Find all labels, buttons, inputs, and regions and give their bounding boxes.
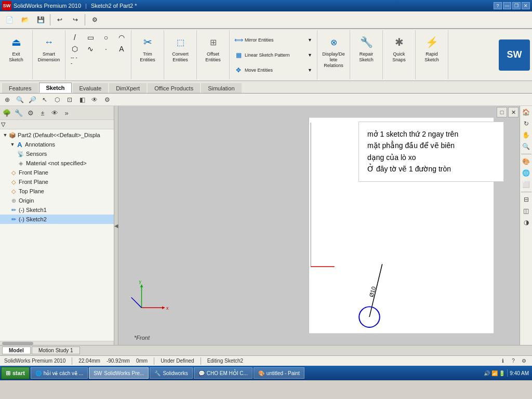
exit-sketch-button[interactable]: ⏏ ExitSketch bbox=[3, 31, 29, 78]
tab-office-products[interactable]: Office Products bbox=[148, 83, 200, 93]
new-button[interactable]: 📄 bbox=[2, 13, 17, 26]
redo-button[interactable]: ↪ bbox=[68, 13, 83, 26]
taskbar-item-solidworks[interactable]: 🔧 Solidworks bbox=[150, 367, 192, 379]
select-button[interactable]: ↖ bbox=[39, 95, 50, 105]
tree-annotations[interactable]: ▼ A Annotations bbox=[0, 140, 114, 149]
panel-more-btn[interactable]: » bbox=[61, 107, 72, 118]
svg-marker-9 bbox=[162, 306, 165, 309]
maximize-button[interactable]: ❐ bbox=[512, 2, 521, 9]
arc-tool[interactable]: ◠ bbox=[114, 32, 129, 43]
pan-button[interactable]: ✋ bbox=[521, 130, 531, 140]
status-help-button[interactable]: ? bbox=[509, 357, 517, 365]
section-view-button[interactable]: ⊟ bbox=[521, 194, 531, 205]
tab-dimxpert[interactable]: DimXpert bbox=[109, 83, 147, 93]
status-info-button[interactable]: ℹ bbox=[499, 357, 507, 365]
undo-button[interactable]: ↩ bbox=[52, 13, 67, 26]
mirror-entities-button[interactable]: ⟺ Mirror Entities ▼ bbox=[232, 33, 315, 47]
rotate-button[interactable]: ↻ bbox=[521, 118, 531, 129]
property-manager-tab[interactable]: 🔧 bbox=[13, 107, 24, 118]
smart-dimension-button[interactable]: ↔ SmartDimension bbox=[36, 31, 62, 78]
zoom-out-button[interactable]: 🔎 bbox=[27, 95, 37, 105]
tree-material[interactable]: ◈ Material <not specified> bbox=[0, 158, 114, 168]
taskbar-item-paint[interactable]: 🎨 untitled - Paint bbox=[254, 367, 304, 379]
config-manager-tab[interactable]: ⚙ bbox=[25, 107, 36, 118]
appearance-button[interactable]: 🎨 bbox=[521, 156, 531, 167]
view-orientation-button[interactable]: ◫ bbox=[521, 206, 531, 216]
tab-features[interactable]: Features bbox=[2, 83, 38, 93]
annotations-expand-icon[interactable]: ▼ bbox=[9, 141, 16, 148]
open-button[interactable]: 📂 bbox=[18, 13, 32, 26]
tab-evaluate[interactable]: Evaluate bbox=[73, 83, 109, 93]
minimize-button[interactable]: — bbox=[503, 2, 511, 9]
display-delete-button[interactable]: ⊗ Display/DeleteRelations bbox=[321, 31, 347, 78]
sketch-viewport[interactable]: Ø10 x y mở 1 sketch bbox=[118, 106, 520, 345]
viewport-close-button[interactable]: ✕ bbox=[508, 107, 518, 117]
convert-entities-button[interactable]: ⬚ ConvertEntities bbox=[167, 31, 193, 78]
display-state-button[interactable]: ◑ bbox=[521, 217, 531, 228]
rectangle-icon: ▭ bbox=[86, 33, 95, 42]
tree-top-plane[interactable]: ◇ Front Plane bbox=[0, 177, 114, 187]
start-button[interactable]: ⊞ start bbox=[1, 367, 30, 379]
viewport-maximize-button[interactable]: □ bbox=[497, 107, 507, 117]
rapid-sketch-button[interactable]: ⚡ RapidSketch bbox=[419, 31, 445, 78]
tree-front-plane[interactable]: ◇ Front Plane bbox=[0, 168, 114, 177]
display-style-button[interactable]: ◧ bbox=[77, 95, 87, 105]
spline-tool[interactable]: ∿ bbox=[83, 44, 98, 54]
scenes-button[interactable]: 🌐 bbox=[521, 168, 531, 178]
linear-sketch-pattern-button[interactable]: ▦ Linear Sketch Pattern ▼ bbox=[232, 48, 315, 62]
feature-manager-tab[interactable]: 🌳 bbox=[1, 107, 12, 118]
svg-text:Ø10: Ø10 bbox=[368, 286, 377, 298]
home-view-button[interactable]: 🏠 bbox=[521, 107, 531, 117]
point-tool[interactable]: · bbox=[99, 44, 113, 54]
view-settings-button[interactable]: ⚙ bbox=[102, 95, 112, 105]
line-tool[interactable]: / bbox=[68, 32, 82, 43]
tab-model[interactable]: Model bbox=[2, 347, 31, 354]
hide-show-button[interactable]: 👁 bbox=[89, 95, 100, 105]
panel-collapse-handle[interactable]: ◀ bbox=[114, 106, 118, 345]
tab-simulation[interactable]: Simulation bbox=[201, 83, 241, 93]
zoom-button[interactable]: 🔍 bbox=[521, 141, 531, 152]
quick-snaps-button[interactable]: ✱ QuickSnaps bbox=[386, 31, 412, 78]
repair-sketch-button[interactable]: 🔧 RepairSketch bbox=[353, 31, 379, 78]
taskbar-item-hoi-cach-ve[interactable]: 🌐 hỏi về cách vẽ ... bbox=[31, 367, 88, 379]
circle-tool[interactable]: ○ bbox=[99, 32, 113, 43]
options-button[interactable]: ⚙ bbox=[87, 13, 102, 26]
help-button[interactable]: ? bbox=[494, 2, 502, 9]
offset-entities-button[interactable]: ⊞ OffsetEntities bbox=[200, 31, 226, 78]
display-manager-tab[interactable]: 👁 bbox=[49, 107, 60, 118]
rapid-sketch-label: RapidSketch bbox=[424, 51, 439, 63]
status-settings-button[interactable]: ⚙ bbox=[520, 357, 528, 365]
decals-button[interactable]: ⬜ bbox=[521, 179, 531, 190]
new-icon: 📄 bbox=[5, 16, 14, 24]
view3d-button[interactable]: ⬡ bbox=[52, 95, 62, 105]
normal-to-button[interactable]: ⊡ bbox=[64, 95, 75, 105]
solidworks-label: Solidworks bbox=[163, 370, 188, 376]
trim-entities-button[interactable]: ✂ TrimEntities bbox=[135, 31, 161, 78]
taskbar-item-solidworks-pre[interactable]: SW SolidWorks Pre... bbox=[89, 367, 149, 379]
tree-root[interactable]: ▼ 📦 Part2 (Default<<Default>_Displa bbox=[0, 130, 114, 140]
tab-sketch[interactable]: Sketch bbox=[39, 83, 71, 93]
taskbar-item-cho-em-hoi[interactable]: 💬 CHO EM HỎI C... bbox=[194, 367, 252, 379]
move-entities-button[interactable]: ✥ Move Entities ▼ bbox=[232, 63, 315, 77]
tab-motion-study[interactable]: Motion Study 1 bbox=[32, 347, 80, 354]
polygon-tool[interactable]: ⬡ bbox=[68, 44, 82, 54]
tree-sketch2[interactable]: ✏ (-) Sketch2 bbox=[0, 215, 114, 224]
panel-scrollbar[interactable] bbox=[0, 341, 114, 345]
construction-tool[interactable]: -- -- bbox=[68, 55, 82, 65]
dim-expert-tab[interactable]: ± bbox=[37, 107, 48, 118]
close-button[interactable]: ✕ bbox=[522, 2, 530, 9]
rectangle-tool[interactable]: ▭ bbox=[83, 32, 98, 43]
cho-em-hoi-label: CHO EM HỎI C... bbox=[207, 370, 248, 376]
zoom-to-fit-button[interactable]: ⊕ bbox=[2, 95, 12, 105]
root-expand-icon[interactable]: ▼ bbox=[2, 132, 8, 138]
text-tool[interactable]: A bbox=[114, 44, 129, 54]
tree-right-plane[interactable]: ◇ Top Plane bbox=[0, 187, 114, 196]
info-line-2: mặt phẳng đầu để vẽ biên bbox=[367, 140, 495, 151]
zoom-in-button[interactable]: 🔍 bbox=[15, 95, 25, 105]
tree-sensors[interactable]: 📡 Sensors bbox=[0, 149, 114, 158]
annotations-label: Annotations bbox=[25, 141, 55, 148]
save-button[interactable]: 💾 bbox=[33, 13, 48, 26]
tree-origin[interactable]: ⊕ Origin bbox=[0, 196, 114, 205]
title-separator: | bbox=[85, 3, 87, 9]
tree-sketch1[interactable]: ✏ (-) Sketch1 bbox=[0, 205, 114, 215]
